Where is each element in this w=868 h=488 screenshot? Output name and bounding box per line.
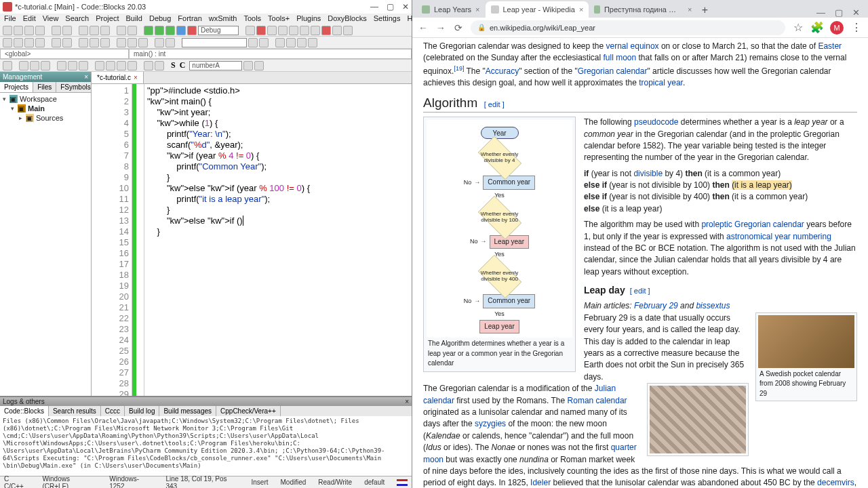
nav-fwd-icon[interactable] xyxy=(127,38,137,47)
redo-icon[interactable] xyxy=(62,26,72,35)
text-s-icon[interactable]: S xyxy=(171,60,176,70)
code-content[interactable]: "pp">#include <stdio.h>"kw">int main() {… xyxy=(144,84,412,396)
step-out-icon[interactable] xyxy=(289,26,298,35)
thumbnail-calendar-2[interactable] xyxy=(647,383,749,456)
logs-tab[interactable]: Build log xyxy=(125,406,159,416)
editor-tab[interactable]: *c-tutorial.c × xyxy=(92,72,144,83)
build-target-combo[interactable]: Debug xyxy=(198,26,239,35)
back-button[interactable]: ← xyxy=(418,22,429,33)
fortran-icon[interactable] xyxy=(52,38,61,47)
browser-close-button[interactable]: ✕ xyxy=(852,7,860,18)
flowchart-thumb[interactable]: Year Whether evenly divisible by 4 No→Co… xyxy=(423,117,576,372)
select-icon[interactable] xyxy=(3,61,12,70)
undo-icon[interactable] xyxy=(52,26,61,35)
bookmark-toggle-icon[interactable] xyxy=(3,38,12,47)
chm-doc-icon[interactable] xyxy=(117,61,126,70)
copy-icon[interactable] xyxy=(90,26,99,35)
browser-tab[interactable]: Leap Years× xyxy=(416,1,486,18)
debug-start-icon[interactable] xyxy=(245,26,255,35)
paste-icon[interactable] xyxy=(100,26,110,35)
project-tree[interactable]: ▾▣Workspace ▾▣Main ▸▣Sources xyxy=(0,93,91,396)
jump-fwd-icon[interactable] xyxy=(165,38,175,47)
fold-margin[interactable] xyxy=(136,84,144,396)
logs-tab[interactable]: Code::Blocks xyxy=(0,406,49,416)
menu-project[interactable]: Project xyxy=(96,14,119,24)
func-combo[interactable]: main() : int xyxy=(129,49,412,59)
tab-close-icon[interactable]: × xyxy=(475,5,479,14)
bookmark-prev-icon[interactable] xyxy=(14,38,23,47)
build-icon[interactable] xyxy=(144,26,153,35)
menu-build[interactable]: Build xyxy=(125,14,142,24)
logs-tab[interactable]: Cccc xyxy=(101,406,125,416)
run-icon[interactable] xyxy=(155,26,164,35)
lock-icon[interactable]: 🔒 xyxy=(477,24,486,31)
menu-debug[interactable]: Debug xyxy=(149,14,171,24)
forward-button[interactable]: → xyxy=(435,22,446,33)
tab-close-icon[interactable]: × xyxy=(134,74,138,81)
abort-icon[interactable] xyxy=(187,26,197,35)
mgmt-tab-fsymbols[interactable]: FSymbols xyxy=(56,82,95,92)
edit-link[interactable]: [ edit ] xyxy=(630,287,650,295)
nav-back-icon[interactable] xyxy=(117,38,126,47)
dox-comment-icon[interactable] xyxy=(57,61,66,70)
bookmark-clear-icon[interactable] xyxy=(35,38,45,47)
rebuild-icon[interactable] xyxy=(176,26,186,35)
diff3-icon[interactable] xyxy=(100,38,110,47)
panel-close-icon[interactable]: × xyxy=(84,73,88,81)
zoom-in-icon[interactable] xyxy=(144,61,153,70)
config-icon[interactable] xyxy=(127,61,137,70)
debug-run-cursor-icon[interactable] xyxy=(256,26,266,35)
regex-icon[interactable] xyxy=(297,38,307,47)
inc-search-prev-icon[interactable] xyxy=(248,38,258,47)
logs-tab[interactable]: Build messages xyxy=(159,406,216,416)
run-doxy-icon[interactable] xyxy=(95,61,104,70)
toggle-source-icon[interactable] xyxy=(19,61,28,70)
diff2-icon[interactable] xyxy=(90,38,99,47)
scope-combo[interactable]: <global> xyxy=(0,49,129,59)
logs-tab[interactable]: Search results xyxy=(49,406,101,416)
menu-settings[interactable]: Settings xyxy=(374,14,401,24)
text-c-icon[interactable]: C xyxy=(180,60,186,70)
menu-search[interactable]: Search xyxy=(65,14,89,24)
inc-search-next-icon[interactable] xyxy=(259,38,269,47)
menu-doxyblocks[interactable]: DoxyBlocks xyxy=(328,14,366,24)
logs-content[interactable]: Files (x86)\Common Files\Oracle\Java\jav… xyxy=(0,416,412,476)
find-icon[interactable] xyxy=(117,26,126,35)
bookmark-next-icon[interactable] xyxy=(24,38,34,47)
debug-windows-icon[interactable] xyxy=(332,26,342,35)
menu-fortran[interactable]: Fortran xyxy=(178,14,201,24)
step-into-icon[interactable] xyxy=(278,26,288,35)
dox-line-icon[interactable] xyxy=(79,61,88,70)
menu-view[interactable]: View xyxy=(43,14,59,24)
sel-only-icon[interactable] xyxy=(308,38,317,47)
menu-wxsmith[interactable]: wxSmith xyxy=(209,14,237,24)
mgmt-tab-files[interactable]: Files xyxy=(33,82,56,92)
sym-opts-icon[interactable] xyxy=(254,61,264,70)
kebab-menu-icon[interactable]: ⋮ xyxy=(850,22,863,34)
mgmt-tab-projects[interactable]: Projects xyxy=(0,82,33,92)
save-all-icon[interactable] xyxy=(35,26,45,35)
find-combo[interactable] xyxy=(182,38,247,47)
browser-tab[interactable]: Преступна година — Википед…× xyxy=(589,1,697,18)
omnibox[interactable]: 🔒 en.wikipedia.org/wiki/Leap_year xyxy=(471,20,785,35)
new-file-icon[interactable] xyxy=(3,26,12,35)
step-over-icon[interactable] xyxy=(267,26,277,35)
html-doc-icon[interactable] xyxy=(106,61,115,70)
replace-icon[interactable] xyxy=(127,26,137,35)
lang-flag-icon[interactable] xyxy=(397,479,408,486)
next-instr-icon[interactable] xyxy=(300,26,309,35)
edit-link[interactable]: [ edit ] xyxy=(484,100,505,108)
case-icon[interactable] xyxy=(286,38,296,47)
fortran2-icon[interactable] xyxy=(62,38,72,47)
cut-icon[interactable] xyxy=(79,26,88,35)
browser-minimize-button[interactable]: — xyxy=(816,7,825,18)
browser-tab[interactable]: Leap year - Wikipedia× xyxy=(486,1,589,18)
show-diff-icon[interactable] xyxy=(41,61,50,70)
reload-button[interactable]: ⟳ xyxy=(453,22,464,33)
extensions-icon[interactable]: 🧩 xyxy=(811,22,823,34)
menu-edit[interactable]: Edit xyxy=(23,14,36,24)
tab-close-icon[interactable]: × xyxy=(688,5,692,14)
new-tab-button[interactable]: + xyxy=(697,3,712,18)
menu-tools[interactable]: Tools xyxy=(243,14,261,24)
diff-icon[interactable] xyxy=(79,38,88,47)
